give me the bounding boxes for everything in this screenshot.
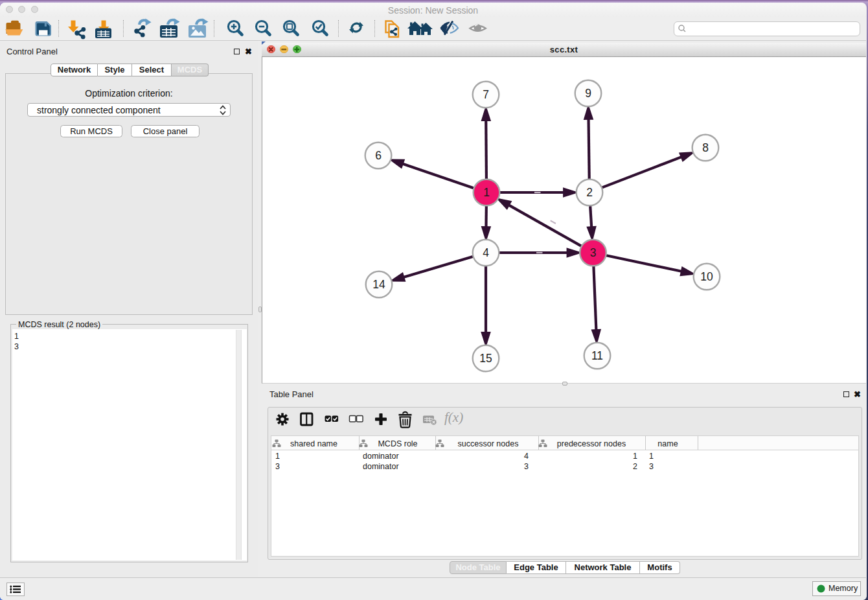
svg-text:3: 3 [590, 246, 597, 259]
svg-text:1: 1 [483, 186, 490, 199]
svg-text:11: 11 [591, 349, 603, 362]
svg-text:7: 7 [483, 88, 489, 101]
svg-text:2: 2 [586, 186, 593, 199]
svg-text:10: 10 [700, 270, 713, 283]
svg-text:8: 8 [702, 141, 709, 154]
svg-text:9: 9 [585, 87, 591, 100]
svg-text:6: 6 [375, 149, 382, 162]
svg-text:4: 4 [483, 246, 489, 259]
svg-text:15: 15 [479, 352, 492, 365]
svg-text:14: 14 [372, 278, 385, 291]
